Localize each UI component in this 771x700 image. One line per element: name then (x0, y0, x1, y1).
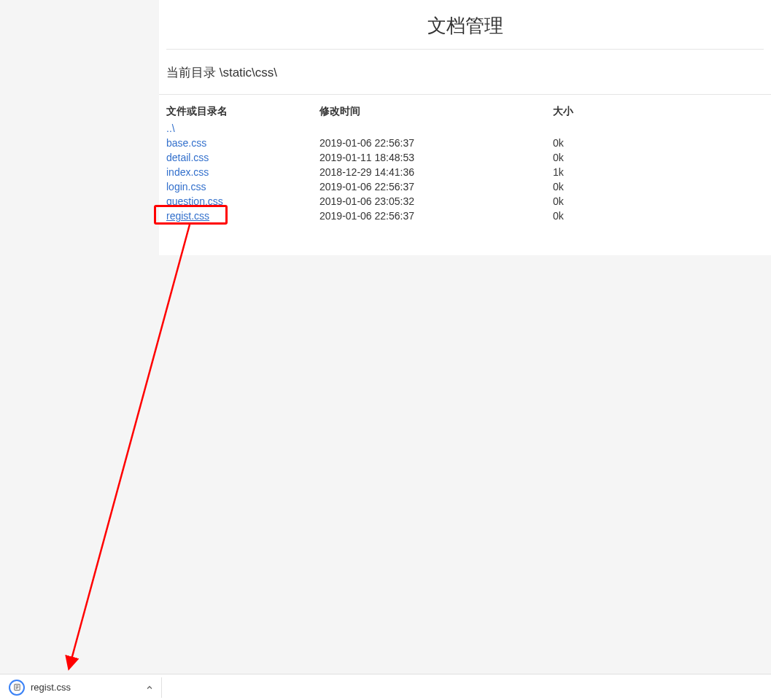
file-download-icon (9, 680, 25, 696)
chevron-up-icon[interactable] (144, 682, 155, 693)
file-link[interactable]: index.css (166, 166, 209, 178)
file-size: 0k (553, 150, 764, 165)
file-size: 0k (553, 179, 764, 194)
file-time: 2019-01-06 23:05:32 (319, 194, 553, 209)
file-row: base.css 2019-01-06 22:56:37 0k (166, 136, 764, 150)
file-row: login.css 2019-01-06 22:56:37 0k (166, 179, 764, 194)
file-time: 2019-01-06 22:56:37 (319, 179, 553, 194)
file-row: index.css 2018-12-29 14:41:36 1k (166, 165, 764, 179)
file-size: 0k (553, 209, 764, 223)
file-time: 2019-01-06 22:56:37 (319, 209, 553, 223)
file-size: 1k (553, 165, 764, 179)
download-chip[interactable]: regist.css (6, 677, 162, 698)
file-time: 2019-01-06 22:56:37 (319, 136, 553, 150)
file-row: regist.css 2019-01-06 22:56:37 0k (166, 209, 764, 223)
file-link[interactable]: detail.css (166, 152, 209, 163)
file-time: 2018-12-29 14:41:36 (319, 165, 553, 179)
parent-dir-row: ..\ (166, 121, 764, 136)
listing-header: 文件或目录名 修改时间 大小 (166, 105, 764, 121)
file-link[interactable]: base.css (166, 137, 206, 149)
header-time: 修改时间 (319, 105, 553, 118)
parent-dir-link[interactable]: ..\ (166, 122, 175, 134)
download-bar: regist.css (0, 674, 771, 700)
page-title: 文档管理 (166, 0, 764, 50)
main-panel: 文档管理 当前目录 \static\css\ 文件或目录名 修改时间 大小 ..… (159, 0, 771, 255)
header-name: 文件或目录名 (166, 105, 319, 118)
header-size: 大小 (553, 105, 764, 118)
file-row: detail.css 2019-01-11 18:48:53 0k (166, 150, 764, 165)
file-link[interactable]: regist.css (166, 210, 209, 222)
file-row: question.css 2019-01-06 23:05:32 0k (166, 194, 764, 209)
current-directory-label: 当前目录 \static\css\ (159, 50, 771, 95)
file-time: 2019-01-11 18:48:53 (319, 150, 553, 165)
file-listing: 文件或目录名 修改时间 大小 ..\ base.css 2019-01-06 2… (159, 95, 771, 241)
file-link[interactable]: question.css (166, 195, 223, 207)
download-file-name: regist.css (31, 682, 144, 693)
file-size: 0k (553, 194, 764, 209)
file-link[interactable]: login.css (166, 181, 206, 192)
sidebar (0, 0, 159, 674)
file-size: 0k (553, 136, 764, 150)
